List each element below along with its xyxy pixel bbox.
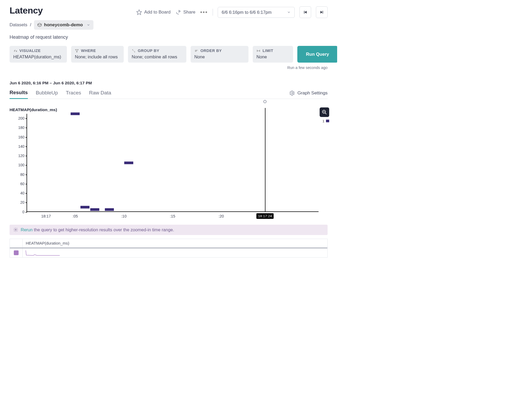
y-tick: 180	[16, 125, 24, 130]
x-tick: :05	[72, 214, 78, 218]
y-axis	[27, 114, 27, 212]
time-range-picker[interactable]: 6/6 6:16pm to 6/6 6:17pm	[218, 7, 295, 18]
visualize-clause[interactable]: VISUALIZE HEATMAP(duration_ms)	[10, 46, 67, 63]
mini-header-blank	[10, 239, 23, 247]
add-to-board-button[interactable]: Add to Board	[136, 9, 170, 15]
y-tick: 140	[16, 144, 24, 149]
heatmap-cell	[80, 206, 89, 208]
y-tick: 200	[16, 116, 24, 120]
mini-row[interactable]	[10, 248, 327, 257]
svg-point-6	[291, 92, 293, 94]
tab-bubbleup[interactable]: BubbleUp	[36, 88, 58, 98]
graph-settings-button[interactable]: Graph Settings	[290, 90, 328, 96]
svg-rect-2	[304, 11, 304, 14]
svg-rect-4	[323, 11, 323, 14]
add-to-board-label: Add to Board	[144, 10, 170, 15]
skip-forward-icon	[320, 10, 324, 14]
breadcrumb-root[interactable]: Datasets	[10, 22, 27, 28]
heatmap-cell	[90, 208, 99, 211]
heatmap-cell	[71, 112, 80, 115]
y-tick: 80	[16, 172, 24, 177]
tab-rawdata[interactable]: Raw Data	[89, 88, 111, 98]
x-axis	[27, 211, 319, 212]
time-range-label: 6/6 6:16pm to 6/6 6:17pm	[222, 10, 272, 15]
svg-point-10	[15, 229, 16, 231]
rerun-banner: Rerun the query to get higher-resolution…	[10, 225, 328, 235]
cursor-handle-icon	[263, 100, 267, 103]
results-mini-table: HEATMAP(duration_ms)	[10, 239, 328, 258]
sort-icon	[194, 49, 198, 53]
heatmap-cell	[105, 208, 114, 211]
dataset-picker[interactable]: honeycomb-demo	[34, 20, 93, 30]
run-meta: Run a few seconds ago	[287, 65, 328, 71]
tab-results[interactable]: Results	[10, 88, 28, 99]
groupby-clause[interactable]: GROUP BY None; combine all rows	[128, 46, 186, 63]
x-tick: :20	[218, 214, 224, 218]
where-clause[interactable]: WHERE None; include all rows	[71, 46, 124, 63]
breadcrumb: Datasets / honeycomb-demo	[10, 20, 328, 30]
gear-icon	[13, 227, 18, 232]
more-menu-button[interactable]: •••	[200, 9, 208, 16]
gear-icon	[290, 90, 295, 96]
limit-icon	[256, 49, 260, 53]
svg-marker-5	[75, 49, 78, 52]
tab-traces[interactable]: Traces	[66, 88, 81, 98]
fx-icon	[13, 49, 17, 53]
visualize-value: HEATMAP(duration_ms)	[13, 54, 63, 59]
svg-marker-3	[320, 11, 322, 14]
svg-marker-0	[137, 10, 141, 15]
skip-back-icon	[303, 10, 307, 14]
time-prev-button[interactable]	[299, 6, 311, 18]
group-icon	[132, 49, 136, 53]
divider	[213, 9, 213, 16]
rerun-text: the query to get higher-resolution resul…	[33, 227, 174, 232]
orderby-value: None	[194, 54, 245, 59]
star-icon	[136, 9, 142, 15]
chevron-down-icon	[87, 23, 90, 27]
mini-header-label: HEATMAP(duration_ms)	[23, 239, 72, 247]
limit-clause[interactable]: LIMIT None	[253, 46, 293, 63]
chart-title: HEATMAP(duration_ms)	[10, 107, 328, 112]
database-icon	[37, 23, 42, 27]
series-swatch	[14, 250, 19, 255]
y-tick: 0	[16, 210, 24, 214]
sparkline	[25, 249, 62, 256]
heatmap-plot[interactable]: 02040608010012014016018020018:17:05:10:1…	[27, 114, 328, 212]
y-tick: 60	[16, 182, 24, 186]
time-next-button[interactable]	[316, 6, 328, 18]
filter-icon	[75, 49, 79, 53]
y-tick: 160	[16, 135, 24, 139]
where-label: WHERE	[81, 49, 96, 53]
share-label: Share	[183, 10, 195, 15]
groupby-label: GROUP BY	[138, 49, 159, 53]
groupby-value: None; combine all rows	[132, 54, 183, 59]
svg-marker-1	[305, 11, 307, 14]
x-tick: :10	[121, 214, 127, 218]
share-button[interactable]: Share	[175, 9, 195, 15]
share-icon	[175, 9, 181, 15]
breadcrumb-sep: /	[30, 22, 31, 28]
limit-value: None	[256, 54, 289, 59]
x-tick: :15	[170, 214, 175, 218]
visualize-label: VISUALIZE	[19, 49, 41, 53]
chevron-down-icon	[287, 10, 291, 14]
dataset-name: honeycomb-demo	[44, 22, 83, 28]
y-tick: 100	[16, 163, 24, 167]
where-value: None; include all rows	[75, 54, 120, 59]
x-tick: 18:17	[41, 214, 51, 218]
result-timerange: Jun 6 2020, 6:16 PM – Jun 6 2020, 6:17 P…	[10, 81, 328, 85]
page-title: Latency	[10, 5, 43, 16]
orderby-label: ORDER BY	[200, 49, 222, 53]
y-tick: 20	[16, 200, 24, 205]
heatmap-cell	[124, 162, 133, 164]
graph-settings-label: Graph Settings	[298, 90, 328, 96]
chart-cursor[interactable]	[265, 108, 265, 212]
y-tick: 40	[16, 191, 24, 195]
y-tick: 120	[16, 154, 24, 158]
limit-label: LIMIT	[263, 49, 273, 53]
query-description: Heatmap of request latency	[10, 34, 328, 40]
run-query-button[interactable]: Run Query	[297, 46, 337, 63]
cursor-label: 18:17:24	[256, 213, 274, 219]
orderby-clause[interactable]: ORDER BY None	[191, 46, 248, 63]
rerun-link[interactable]: Rerun	[21, 227, 33, 232]
